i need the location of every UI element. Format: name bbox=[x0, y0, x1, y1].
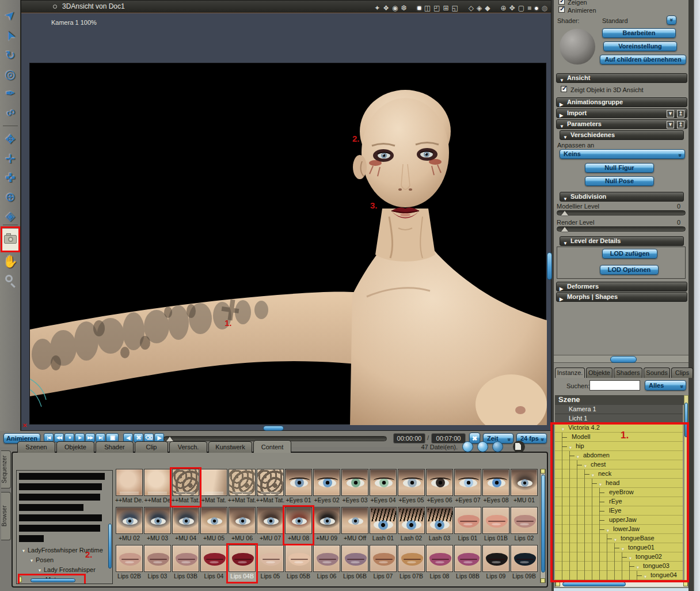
zeigen-checkbox[interactable] bbox=[558, 0, 565, 5]
section-import[interactable]: ▶Import ▼ ↥ bbox=[556, 108, 687, 118]
filter-dropdown[interactable]: Alles bbox=[645, 380, 686, 391]
scene-node-chest[interactable]: ▼chest bbox=[555, 460, 683, 469]
splitter-handle[interactable] bbox=[610, 356, 637, 363]
thumbnail-mu07[interactable]: +MU 07 bbox=[256, 507, 284, 544]
thumbnail-lips05[interactable]: Lips 05 bbox=[256, 545, 284, 582]
load-icon[interactable]: ↥ bbox=[677, 121, 684, 128]
section-parameters[interactable]: ▼Parameters ▼ ↥ bbox=[556, 119, 687, 129]
browser-item-posen[interactable]: ▼Posen bbox=[17, 555, 109, 565]
thumbnail-muoff[interactable]: +MU Off bbox=[341, 507, 369, 544]
bt-vscroll-track[interactable] bbox=[108, 524, 112, 569]
tab-szenen[interactable]: Szenen bbox=[17, 441, 55, 453]
scene-node-head[interactable]: ▼head bbox=[555, 479, 683, 488]
time-total-field[interactable]: 00:07:00 bbox=[431, 433, 466, 444]
thumbnail-mattat[interactable]: +Mat Tat. bbox=[200, 469, 228, 506]
thumbnail-lips01b[interactable]: Lips 01B bbox=[482, 507, 510, 544]
anpassen-dropdown[interactable]: Keins bbox=[560, 149, 685, 159]
edit-shader-button[interactable]: Bearbeiten bbox=[602, 28, 676, 38]
thumbnail-lips02[interactable]: Lips 02 bbox=[510, 507, 538, 544]
thumb-vscroll-track[interactable] bbox=[540, 469, 546, 583]
scene-item-licht1[interactable]: Licht 1 bbox=[555, 414, 683, 423]
scene-node-upperjaw[interactable]: upperJaw bbox=[555, 516, 683, 525]
scene-tab-clips[interactable]: Clips bbox=[671, 368, 693, 378]
shader-dropdown-button[interactable]: » bbox=[667, 16, 676, 25]
save-icon[interactable]: ▼ bbox=[667, 110, 674, 118]
render-area[interactable]: 2. 3. 1. bbox=[29, 63, 546, 425]
thumbnail-lips03b[interactable]: Lips 03B bbox=[172, 545, 200, 582]
layout-split-icon[interactable]: ◫ bbox=[424, 2, 431, 14]
scene-tab-instanze[interactable]: Instanze. bbox=[555, 368, 585, 378]
move-tool[interactable]: ✥ bbox=[0, 131, 21, 149]
tab-objekte[interactable]: Objekte bbox=[56, 441, 94, 453]
translate-tool[interactable]: ✛ bbox=[0, 151, 21, 168]
scene-node-modell[interactable]: Modell bbox=[555, 433, 683, 442]
thumbnail-lips06[interactable]: Lips 06 bbox=[313, 545, 341, 582]
thumbnail-eyes07[interactable]: +Eyes 07 bbox=[454, 469, 482, 506]
node-select-tool[interactable]: ➤ bbox=[0, 28, 21, 45]
search-input[interactable] bbox=[589, 380, 640, 391]
shield-smooth-icon[interactable]: ◈ bbox=[477, 2, 482, 14]
pen-tool[interactable]: ✒ bbox=[0, 85, 21, 103]
thumbnail-mu06[interactable]: +MU 06 bbox=[228, 507, 256, 544]
side-tab-browser[interactable]: Browser bbox=[1, 492, 11, 540]
solid-cube-icon[interactable]: ■ bbox=[527, 2, 531, 14]
null-figure-button[interactable]: Null Figur bbox=[585, 163, 654, 173]
cameras-icon[interactable]: ◉ bbox=[392, 2, 398, 14]
thumbnail-mu03[interactable]: +MU 03 bbox=[143, 507, 172, 544]
scene-tab-sounds[interactable]: Sounds bbox=[644, 368, 670, 378]
thumbnail-lash03[interactable]: Lash 03 bbox=[425, 507, 454, 544]
thumbnail-lips07b[interactable]: Lips 07B bbox=[397, 545, 425, 582]
layout-single-icon[interactable]: ■ bbox=[417, 2, 421, 14]
orbit-tool[interactable]: ◎ bbox=[0, 66, 21, 84]
thumbnail-eyes01[interactable]: +Eyes 01 bbox=[284, 469, 313, 506]
section-ansicht[interactable]: ▼Ansicht bbox=[556, 73, 687, 83]
thumbnail-mattat[interactable]: ++Mat Tat. bbox=[228, 469, 256, 506]
scene-node-victoria42[interactable]: ▼Victoria 4.2 bbox=[555, 423, 683, 433]
animieren-checkbox[interactable] bbox=[558, 6, 565, 13]
thumbnail-mu02[interactable]: +MU 02 bbox=[115, 507, 143, 544]
section-verschiedenes[interactable]: ▼Verschiedenes bbox=[560, 130, 684, 140]
thumbnail-mattat[interactable]: ++Mat Tat. bbox=[256, 469, 284, 506]
viewport-vsplitter-handle[interactable] bbox=[547, 252, 552, 280]
rotate-tool[interactable]: ↻ bbox=[0, 47, 21, 65]
lights-icon[interactable]: ✦ bbox=[374, 2, 380, 14]
scene-node-tonguebase[interactable]: ▼tongueBase bbox=[555, 534, 683, 543]
smooth-sphere-icon[interactable]: ● bbox=[534, 2, 538, 14]
thumbnail-lips05b[interactable]: Lips 05B bbox=[284, 545, 313, 582]
thumbnail-mu05[interactable]: +MU 05 bbox=[200, 507, 228, 544]
thumb-size-medium-icon[interactable] bbox=[477, 441, 488, 452]
bt-hscroll-track[interactable] bbox=[31, 578, 75, 582]
layout-custom-icon[interactable]: ◱ bbox=[452, 2, 458, 14]
scene-node-eyebrow[interactable]: eyeBrow bbox=[555, 488, 683, 497]
thumbnail-mu08[interactable]: +MU 08 bbox=[284, 507, 313, 544]
reset-view-icon[interactable]: ⊕ bbox=[501, 2, 507, 14]
thumbnail-matde[interactable]: ++Mat De. bbox=[115, 469, 143, 506]
thumbnail-lips06b[interactable]: Lips 06B bbox=[341, 545, 369, 582]
thumbnail-lash01[interactable]: Lash 01 bbox=[369, 507, 397, 544]
show-in-3d-checkbox[interactable] bbox=[561, 86, 567, 92]
shield-wire-icon[interactable]: ◇ bbox=[469, 2, 474, 14]
browser-item-ladyfrostwhisperruntime[interactable]: ▼LadyFrostwhisper Runtime bbox=[17, 545, 109, 555]
thumbnail-lips09[interactable]: Lips 09 bbox=[482, 545, 510, 582]
panel-splitter[interactable] bbox=[554, 355, 688, 363]
right-scroll-strip[interactable] bbox=[694, 0, 700, 591]
scene-node-tongue01[interactable]: ▼tongue01 bbox=[555, 543, 683, 552]
thumbnail-lips04b[interactable]: Lips 04B bbox=[228, 545, 256, 582]
thumbnail-eyes04[interactable]: +Eyes 04 bbox=[369, 469, 397, 506]
shield-texture-icon[interactable]: ◆ bbox=[485, 2, 490, 14]
thumbnail-matde[interactable]: ++Mat De bbox=[143, 469, 172, 506]
scene-vscroll-track[interactable] bbox=[684, 395, 688, 581]
thumbnail-mu01[interactable]: +MU 01 bbox=[510, 469, 538, 506]
select-tool[interactable]: ➤ bbox=[0, 7, 21, 24]
thumbnail-lips08[interactable]: Lips 08 bbox=[425, 545, 454, 582]
thumbnail-lips09b[interactable]: Lips 09B bbox=[510, 545, 538, 582]
scene-node-hip[interactable]: ▼hip bbox=[555, 442, 683, 451]
thumbnail-mu09[interactable]: +MU 09 bbox=[313, 507, 341, 544]
null-pose-button[interactable]: Null Pose bbox=[585, 176, 654, 186]
axis-move-tool[interactable]: ✜ bbox=[0, 170, 21, 187]
viewport-hsplitter-handle[interactable] bbox=[263, 426, 284, 431]
tab-shader[interactable]: Shader bbox=[96, 441, 134, 453]
thumbnail-lips08b[interactable]: Lips 08B bbox=[454, 545, 482, 582]
scene-tab-objekte[interactable]: Objekte bbox=[586, 368, 612, 378]
section-deformers[interactable]: ▶Deformers bbox=[556, 282, 687, 291]
